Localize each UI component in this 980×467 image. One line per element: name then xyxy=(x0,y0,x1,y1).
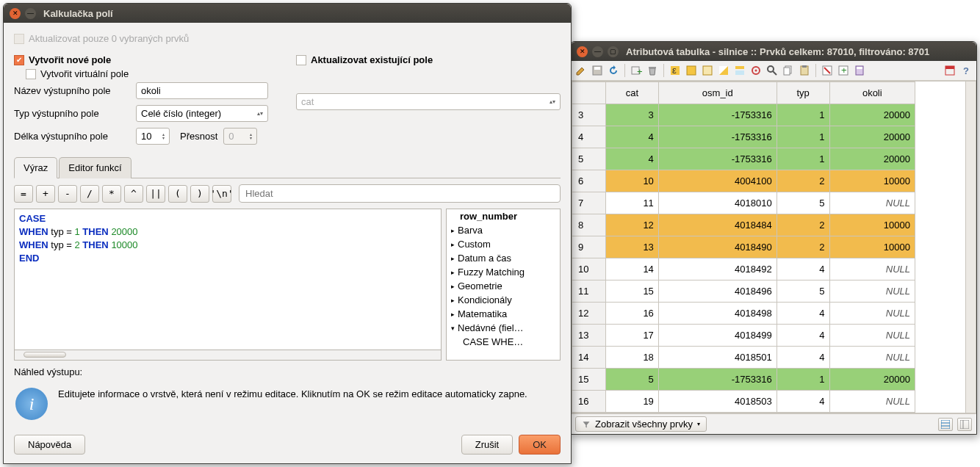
minimize-icon[interactable]: — xyxy=(25,8,36,19)
operator-button[interactable]: = xyxy=(14,185,33,203)
attr-titlebar[interactable]: ✕ — ▢ Atributová tabulka - silnice :: Pr… xyxy=(571,42,976,61)
table-cell[interactable]: 4004100 xyxy=(658,170,777,192)
table-row[interactable]: 54-1753316120000 xyxy=(572,148,915,170)
table-row[interactable]: 9134018490210000 xyxy=(572,236,915,258)
function-tree-item[interactable]: ▾Nedávné (fiel… xyxy=(447,321,560,335)
row-header[interactable]: 12 xyxy=(572,303,606,325)
select-all-icon[interactable] xyxy=(684,63,699,78)
save-icon[interactable] xyxy=(590,63,605,78)
table-cell[interactable]: 4 xyxy=(777,391,829,413)
move-top-icon[interactable] xyxy=(732,63,747,78)
table-cell[interactable]: 15 xyxy=(606,280,659,303)
update-existing-checkbox[interactable] xyxy=(296,55,306,65)
vertical-scrollbar[interactable] xyxy=(965,82,976,413)
search-input[interactable] xyxy=(239,184,561,203)
table-cell[interactable]: 4 xyxy=(777,347,829,369)
deselect-icon[interactable] xyxy=(700,63,715,78)
table-cell[interactable]: 1 xyxy=(777,126,829,148)
table-cell[interactable]: 19 xyxy=(606,391,659,413)
table-cell[interactable]: 4018496 xyxy=(658,280,777,303)
operator-button[interactable]: ) xyxy=(190,185,209,203)
ok-button[interactable]: OK xyxy=(519,435,561,455)
table-cell[interactable]: NULL xyxy=(829,192,915,214)
operator-button[interactable]: + xyxy=(36,185,55,203)
close-icon[interactable]: ✕ xyxy=(10,8,21,19)
table-cell[interactable]: 11 xyxy=(606,192,659,214)
operator-button[interactable]: ( xyxy=(168,185,187,203)
expression-editor[interactable]: CASEWHEN typ = 1 THEN 20000WHEN typ = 2 … xyxy=(14,209,442,350)
table-cell[interactable]: 4018490 xyxy=(658,236,777,258)
table-cell[interactable]: 4 xyxy=(606,126,659,148)
minimize-icon[interactable]: — xyxy=(592,46,603,57)
table-cell[interactable]: -1753316 xyxy=(658,104,777,126)
table-cell[interactable]: -1753316 xyxy=(658,369,777,391)
edit-icon[interactable] xyxy=(574,63,588,78)
existing-field-select[interactable]: cat ▴▾ xyxy=(296,93,561,110)
table-cell[interactable]: 10000 xyxy=(829,170,915,192)
table-cell[interactable]: 4018501 xyxy=(658,347,777,369)
function-tree-item[interactable]: ▸Fuzzy Matching xyxy=(447,265,560,279)
pan-to-icon[interactable] xyxy=(749,63,763,78)
output-type-select[interactable]: Celé číslo (integer) ▴▾ xyxy=(136,105,268,122)
table-row[interactable]: 121640184984NULL xyxy=(572,303,915,325)
table-cell[interactable]: 1 xyxy=(777,148,829,170)
horizontal-scrollbar[interactable] xyxy=(14,350,442,361)
invert-select-icon[interactable] xyxy=(716,63,731,78)
table-row[interactable]: 141840185014NULL xyxy=(572,347,915,369)
table-cell[interactable]: 20000 xyxy=(829,104,915,126)
table-cell[interactable]: 10000 xyxy=(829,236,915,258)
table-cell[interactable]: 16 xyxy=(606,303,659,325)
cancel-button[interactable]: Zrušit xyxy=(461,435,514,455)
table-cell[interactable]: 4018492 xyxy=(658,258,777,280)
table-cell[interactable]: NULL xyxy=(829,391,915,413)
table-row[interactable]: 6104004100210000 xyxy=(572,170,915,192)
function-tree-item[interactable]: CASE WHE… xyxy=(447,335,560,349)
row-header[interactable]: 6 xyxy=(572,170,606,192)
select-eq-icon[interactable]: ε xyxy=(668,63,682,78)
row-header[interactable]: 14 xyxy=(572,347,606,369)
row-header[interactable]: 8 xyxy=(572,214,606,236)
table-corner[interactable] xyxy=(572,82,606,104)
zoom-to-icon[interactable] xyxy=(765,63,779,78)
delete-icon[interactable] xyxy=(645,63,660,78)
row-header[interactable]: 13 xyxy=(572,325,606,347)
tab-expression[interactable]: Výraz xyxy=(14,157,57,178)
table-cell[interactable]: -1753316 xyxy=(658,148,777,170)
table-cell[interactable]: 20000 xyxy=(829,148,915,170)
table-cell[interactable]: 5 xyxy=(606,369,659,391)
table-cell[interactable]: 5 xyxy=(777,280,829,303)
table-cell[interactable]: 20000 xyxy=(829,126,915,148)
function-tree-item[interactable]: ▸Datum a čas xyxy=(447,251,560,265)
table-cell[interactable]: 1 xyxy=(777,369,829,391)
table-cell[interactable]: 2 xyxy=(777,236,829,258)
col-header[interactable]: osm_id xyxy=(658,82,777,104)
copy-icon[interactable] xyxy=(781,63,796,78)
table-cell[interactable]: 2 xyxy=(777,170,829,192)
table-cell[interactable]: 4018498 xyxy=(658,303,777,325)
calc-icon[interactable] xyxy=(852,63,867,78)
row-header[interactable]: 9 xyxy=(572,236,606,258)
output-length-stepper[interactable]: 10 ▴▾ xyxy=(136,128,170,145)
help-button[interactable]: Nápověda xyxy=(14,435,85,455)
table-cell[interactable]: 12 xyxy=(606,214,659,236)
calc-titlebar[interactable]: ✕ — Kalkulačka polí xyxy=(4,4,571,23)
table-cell[interactable]: 17 xyxy=(606,325,659,347)
row-header[interactable]: 4 xyxy=(572,126,606,148)
table-cell[interactable]: 10 xyxy=(606,170,659,192)
table-cell[interactable]: 1 xyxy=(777,104,829,126)
table-row[interactable]: 101440184924NULL xyxy=(572,258,915,280)
table-cell[interactable]: 20000 xyxy=(829,369,915,391)
form-view-icon[interactable] xyxy=(957,418,972,431)
table-cell[interactable]: 14 xyxy=(606,258,659,280)
row-header[interactable]: 7 xyxy=(572,192,606,214)
output-name-input[interactable] xyxy=(136,82,268,99)
table-cell[interactable]: 4018484 xyxy=(658,214,777,236)
table-cell[interactable]: 13 xyxy=(606,236,659,258)
table-cell[interactable]: NULL xyxy=(829,325,915,347)
table-cell[interactable]: 4 xyxy=(777,325,829,347)
table-row[interactable]: 33-1753316120000 xyxy=(572,104,915,126)
col-header[interactable]: okoli xyxy=(829,82,915,104)
table-view-icon[interactable] xyxy=(938,418,953,431)
row-header[interactable]: 11 xyxy=(572,280,606,303)
table-cell[interactable]: NULL xyxy=(829,280,915,303)
